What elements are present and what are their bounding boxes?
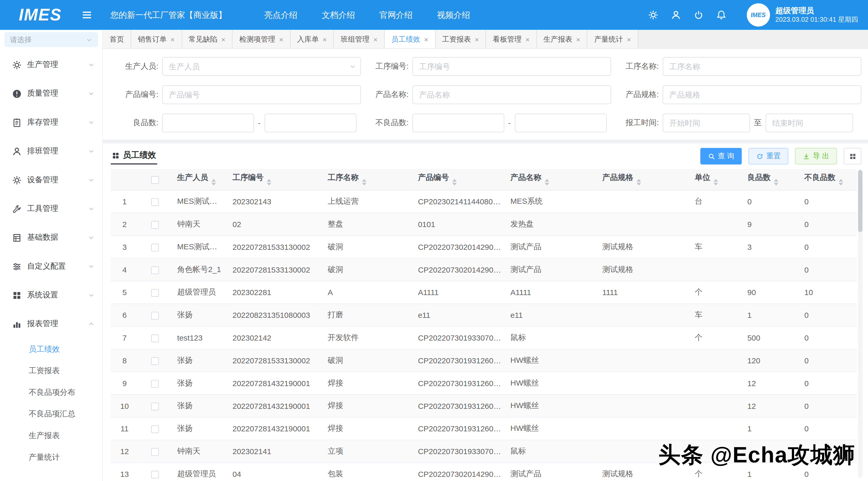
row-checkbox[interactable] — [151, 266, 159, 274]
table-scrollbar[interactable] — [858, 169, 862, 478]
sidebar-item-报表管理[interactable]: 报表管理 — [0, 309, 102, 338]
tab-close-icon[interactable]: × — [322, 36, 327, 43]
row-checkbox[interactable] — [151, 198, 159, 206]
column-header[interactable]: 工序名称 — [322, 169, 412, 190]
good-qty-max-input[interactable] — [265, 113, 356, 132]
row-checkbox[interactable] — [151, 289, 159, 297]
sidebar-item-基础数据[interactable]: 基础数据 — [0, 223, 102, 252]
table-row[interactable]: 11 张扬202207281432190001焊接CP2022073019312… — [111, 417, 857, 440]
sort-icon[interactable] — [714, 179, 718, 186]
table-row[interactable]: 7 test123202302142开发软件CP2022073019330700… — [111, 326, 857, 349]
tab[interactable]: 销售订单 × — [131, 30, 182, 49]
table-row[interactable]: 10 张扬202207281432190001焊接CP2022073019312… — [111, 394, 857, 417]
sidebar-subitem-生产报表[interactable]: 生产报表 — [0, 425, 102, 447]
tab-close-icon[interactable]: × — [170, 36, 175, 43]
sidebar-item-库存管理[interactable]: 库存管理 — [0, 108, 102, 137]
sidebar-item-生产管理[interactable]: 生产管理 — [0, 51, 102, 79]
table-row[interactable]: 4 角色帐号2_1202207281533130002破洞CP202207302… — [111, 258, 857, 281]
tab-close-icon[interactable]: × — [627, 36, 631, 43]
reset-button[interactable]: 重置 — [749, 148, 788, 164]
process-name-input[interactable] — [662, 57, 861, 76]
product-name-input[interactable] — [412, 85, 611, 104]
avatar[interactable]: IMES — [746, 3, 770, 27]
search-button[interactable]: 查 询 — [700, 148, 742, 164]
tab-close-icon[interactable]: × — [526, 36, 530, 43]
nav-link[interactable]: 视频介绍 — [425, 9, 482, 20]
row-checkbox[interactable] — [151, 425, 159, 433]
tab-close-icon[interactable]: × — [424, 36, 428, 43]
account-icon[interactable] — [671, 10, 681, 20]
bad-qty-min-input[interactable] — [412, 113, 504, 132]
tab[interactable]: 产量统计 × — [588, 30, 638, 49]
row-checkbox[interactable] — [151, 448, 159, 456]
sidebar-item-自定义配置[interactable]: 自定义配置 — [0, 252, 102, 280]
row-checkbox[interactable] — [151, 221, 159, 229]
start-time-input[interactable] — [662, 113, 750, 132]
sidebar-item-质量管理[interactable]: 质量管理 — [0, 79, 102, 108]
product-no-input[interactable] — [162, 85, 361, 104]
sort-icon[interactable] — [452, 179, 457, 186]
column-settings-button[interactable] — [844, 148, 862, 164]
table-row[interactable]: 5 超级管理员202302281AA1111A11111111个9010 — [111, 281, 857, 304]
row-checkbox[interactable] — [151, 357, 159, 365]
row-checkbox[interactable] — [151, 334, 159, 342]
table-row[interactable]: 8 张扬202207281533130002破洞CP20220730193126… — [111, 349, 857, 371]
column-header[interactable]: 产品规格 — [597, 169, 689, 190]
settings-gear-icon[interactable] — [648, 10, 658, 20]
process-no-input[interactable] — [412, 57, 611, 76]
power-icon[interactable] — [693, 10, 703, 20]
row-checkbox[interactable] — [151, 380, 159, 387]
tab[interactable]: 班组管理 × — [334, 30, 384, 49]
row-checkbox[interactable] — [151, 244, 159, 251]
sort-icon[interactable] — [267, 179, 271, 186]
tab-close-icon[interactable]: × — [373, 36, 377, 43]
sidebar-item-排班管理[interactable]: 排班管理 — [0, 137, 102, 166]
table-row[interactable]: 9 张扬202207281432190001焊接CP20220730193126… — [111, 371, 857, 394]
export-button[interactable]: 导 出 — [795, 148, 837, 164]
table-row[interactable]: 1 MES测试用户202302143上线运营CP2023021411440800… — [111, 190, 857, 213]
row-checkbox[interactable] — [151, 311, 159, 319]
column-header[interactable]: 不良品数 — [799, 169, 857, 190]
tab[interactable]: 工资报表 × — [436, 30, 486, 49]
sidebar-item-工具管理[interactable]: 工具管理 — [0, 194, 102, 223]
end-time-input[interactable] — [766, 113, 853, 132]
tab[interactable]: 检测项管理 × — [232, 30, 290, 49]
sidebar-item-设备管理[interactable]: 设备管理 — [0, 166, 102, 194]
producer-input[interactable] — [162, 57, 361, 76]
table-row[interactable]: 6 张扬202208231351080003打磨e11e11车10 — [111, 304, 857, 326]
nav-link[interactable]: 亮点介绍 — [252, 9, 310, 20]
tab-close-icon[interactable]: × — [221, 36, 225, 43]
table-row[interactable]: 3 MES测试用户202207281533130002破洞CP202207302… — [111, 235, 857, 258]
nav-link[interactable]: 文档介绍 — [310, 9, 367, 20]
sort-icon[interactable] — [545, 179, 549, 186]
sidebar-subitem-不良品项汇总[interactable]: 不良品项汇总 — [0, 403, 102, 425]
table-row[interactable]: 2 钟南天02整盘0101发热盘90 — [111, 213, 857, 235]
tab[interactable]: 常见缺陷 × — [182, 30, 232, 49]
bad-qty-max-input[interactable] — [515, 113, 607, 132]
tab[interactable]: 看板管理 × — [486, 30, 537, 49]
good-qty-min-input[interactable] — [162, 113, 254, 132]
select-all-checkbox[interactable] — [151, 176, 159, 184]
tab-close-icon[interactable]: × — [279, 36, 283, 43]
sidebar-subitem-产量统计[interactable]: 产量统计 — [0, 446, 102, 468]
scrollbar-thumb[interactable] — [858, 170, 862, 232]
sort-icon[interactable] — [637, 179, 641, 186]
column-header[interactable]: 产品编号 — [412, 169, 505, 190]
sort-icon[interactable] — [839, 179, 843, 186]
nav-link[interactable]: 官网介绍 — [367, 9, 425, 20]
column-header[interactable]: 生产人员 — [172, 169, 227, 190]
tab-close-icon[interactable]: × — [475, 36, 479, 43]
tab[interactable]: 生产报表 × — [537, 30, 588, 49]
row-checkbox[interactable] — [151, 402, 159, 410]
sort-icon[interactable] — [774, 179, 778, 186]
sidebar-subitem-员工绩效[interactable]: 员工绩效 — [0, 338, 102, 360]
tab[interactable]: 首页 — [103, 30, 131, 49]
column-header[interactable]: 单位 — [689, 169, 742, 190]
sort-icon[interactable] — [362, 179, 367, 186]
sort-icon[interactable] — [212, 179, 216, 186]
sidebar-subitem-不良品项分布[interactable]: 不良品项分布 — [0, 382, 102, 403]
tab[interactable]: 入库单 × — [290, 30, 334, 49]
column-header[interactable]: 工序编号 — [227, 169, 322, 190]
column-header[interactable]: 产品名称 — [505, 169, 597, 190]
tab[interactable]: 员工绩效 × — [384, 30, 435, 49]
